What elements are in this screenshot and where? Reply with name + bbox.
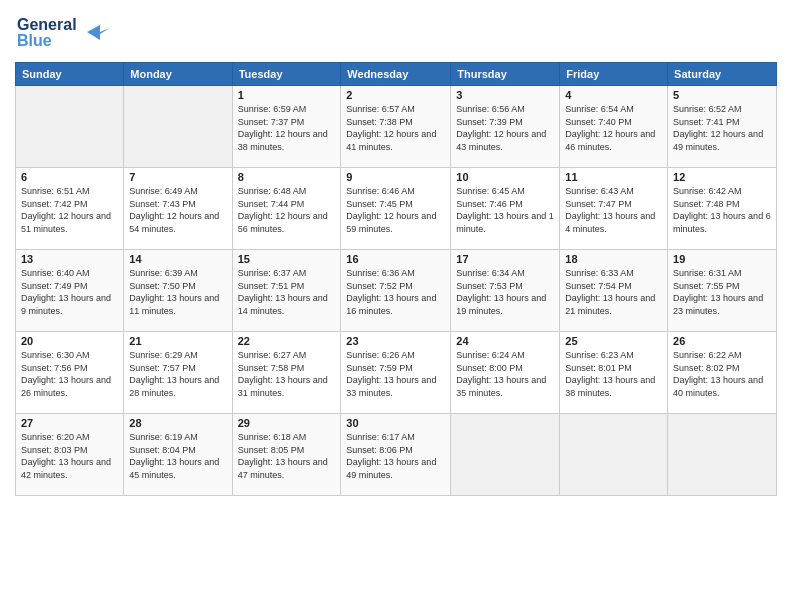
day-number: 13 bbox=[21, 253, 118, 265]
day-number: 3 bbox=[456, 89, 554, 101]
day-number: 28 bbox=[129, 417, 226, 429]
calendar: SundayMondayTuesdayWednesdayThursdayFrid… bbox=[15, 62, 777, 496]
calendar-header-friday: Friday bbox=[560, 63, 668, 86]
svg-marker-2 bbox=[87, 25, 110, 40]
calendar-cell: 1Sunrise: 6:59 AM Sunset: 7:37 PM Daylig… bbox=[232, 86, 341, 168]
day-info: Sunrise: 6:34 AM Sunset: 7:53 PM Dayligh… bbox=[456, 267, 554, 317]
day-info: Sunrise: 6:48 AM Sunset: 7:44 PM Dayligh… bbox=[238, 185, 336, 235]
day-info: Sunrise: 6:42 AM Sunset: 7:48 PM Dayligh… bbox=[673, 185, 771, 235]
day-info: Sunrise: 6:22 AM Sunset: 8:02 PM Dayligh… bbox=[673, 349, 771, 399]
svg-text:Blue: Blue bbox=[17, 32, 52, 49]
calendar-cell: 4Sunrise: 6:54 AM Sunset: 7:40 PM Daylig… bbox=[560, 86, 668, 168]
calendar-cell bbox=[124, 86, 232, 168]
day-number: 15 bbox=[238, 253, 336, 265]
calendar-cell: 22Sunrise: 6:27 AM Sunset: 7:58 PM Dayli… bbox=[232, 332, 341, 414]
calendar-cell: 24Sunrise: 6:24 AM Sunset: 8:00 PM Dayli… bbox=[451, 332, 560, 414]
day-number: 17 bbox=[456, 253, 554, 265]
calendar-cell: 21Sunrise: 6:29 AM Sunset: 7:57 PM Dayli… bbox=[124, 332, 232, 414]
day-number: 18 bbox=[565, 253, 662, 265]
day-info: Sunrise: 6:24 AM Sunset: 8:00 PM Dayligh… bbox=[456, 349, 554, 399]
calendar-cell: 8Sunrise: 6:48 AM Sunset: 7:44 PM Daylig… bbox=[232, 168, 341, 250]
day-info: Sunrise: 6:26 AM Sunset: 7:59 PM Dayligh… bbox=[346, 349, 445, 399]
calendar-cell: 6Sunrise: 6:51 AM Sunset: 7:42 PM Daylig… bbox=[16, 168, 124, 250]
day-number: 20 bbox=[21, 335, 118, 347]
day-info: Sunrise: 6:54 AM Sunset: 7:40 PM Dayligh… bbox=[565, 103, 662, 153]
day-number: 2 bbox=[346, 89, 445, 101]
day-number: 8 bbox=[238, 171, 336, 183]
day-number: 21 bbox=[129, 335, 226, 347]
day-number: 14 bbox=[129, 253, 226, 265]
calendar-header-sunday: Sunday bbox=[16, 63, 124, 86]
calendar-header-thursday: Thursday bbox=[451, 63, 560, 86]
calendar-cell: 17Sunrise: 6:34 AM Sunset: 7:53 PM Dayli… bbox=[451, 250, 560, 332]
day-number: 9 bbox=[346, 171, 445, 183]
day-number: 25 bbox=[565, 335, 662, 347]
day-number: 26 bbox=[673, 335, 771, 347]
calendar-week-0: 1Sunrise: 6:59 AM Sunset: 7:37 PM Daylig… bbox=[16, 86, 777, 168]
day-number: 16 bbox=[346, 253, 445, 265]
day-number: 4 bbox=[565, 89, 662, 101]
day-info: Sunrise: 6:39 AM Sunset: 7:50 PM Dayligh… bbox=[129, 267, 226, 317]
day-info: Sunrise: 6:19 AM Sunset: 8:04 PM Dayligh… bbox=[129, 431, 226, 481]
calendar-cell: 13Sunrise: 6:40 AM Sunset: 7:49 PM Dayli… bbox=[16, 250, 124, 332]
day-number: 30 bbox=[346, 417, 445, 429]
day-info: Sunrise: 6:29 AM Sunset: 7:57 PM Dayligh… bbox=[129, 349, 226, 399]
calendar-cell: 19Sunrise: 6:31 AM Sunset: 7:55 PM Dayli… bbox=[668, 250, 777, 332]
page: General Blue SundayMondayTuesdayWednesda… bbox=[0, 0, 792, 612]
calendar-cell: 2Sunrise: 6:57 AM Sunset: 7:38 PM Daylig… bbox=[341, 86, 451, 168]
calendar-cell: 30Sunrise: 6:17 AM Sunset: 8:06 PM Dayli… bbox=[341, 414, 451, 496]
calendar-header-saturday: Saturday bbox=[668, 63, 777, 86]
day-info: Sunrise: 6:52 AM Sunset: 7:41 PM Dayligh… bbox=[673, 103, 771, 153]
calendar-header-monday: Monday bbox=[124, 63, 232, 86]
day-info: Sunrise: 6:43 AM Sunset: 7:47 PM Dayligh… bbox=[565, 185, 662, 235]
calendar-week-1: 6Sunrise: 6:51 AM Sunset: 7:42 PM Daylig… bbox=[16, 168, 777, 250]
day-info: Sunrise: 6:49 AM Sunset: 7:43 PM Dayligh… bbox=[129, 185, 226, 235]
day-info: Sunrise: 6:45 AM Sunset: 7:46 PM Dayligh… bbox=[456, 185, 554, 235]
calendar-header-wednesday: Wednesday bbox=[341, 63, 451, 86]
day-number: 27 bbox=[21, 417, 118, 429]
day-number: 19 bbox=[673, 253, 771, 265]
header: General Blue bbox=[15, 10, 777, 54]
day-info: Sunrise: 6:40 AM Sunset: 7:49 PM Dayligh… bbox=[21, 267, 118, 317]
logo-text: General Blue bbox=[15, 10, 125, 54]
calendar-cell: 3Sunrise: 6:56 AM Sunset: 7:39 PM Daylig… bbox=[451, 86, 560, 168]
calendar-cell: 18Sunrise: 6:33 AM Sunset: 7:54 PM Dayli… bbox=[560, 250, 668, 332]
calendar-cell: 9Sunrise: 6:46 AM Sunset: 7:45 PM Daylig… bbox=[341, 168, 451, 250]
day-number: 10 bbox=[456, 171, 554, 183]
calendar-cell: 7Sunrise: 6:49 AM Sunset: 7:43 PM Daylig… bbox=[124, 168, 232, 250]
calendar-cell: 23Sunrise: 6:26 AM Sunset: 7:59 PM Dayli… bbox=[341, 332, 451, 414]
day-number: 5 bbox=[673, 89, 771, 101]
calendar-cell: 20Sunrise: 6:30 AM Sunset: 7:56 PM Dayli… bbox=[16, 332, 124, 414]
calendar-cell: 15Sunrise: 6:37 AM Sunset: 7:51 PM Dayli… bbox=[232, 250, 341, 332]
svg-text:General: General bbox=[17, 16, 77, 33]
day-info: Sunrise: 6:30 AM Sunset: 7:56 PM Dayligh… bbox=[21, 349, 118, 399]
day-number: 22 bbox=[238, 335, 336, 347]
calendar-cell: 28Sunrise: 6:19 AM Sunset: 8:04 PM Dayli… bbox=[124, 414, 232, 496]
calendar-week-3: 20Sunrise: 6:30 AM Sunset: 7:56 PM Dayli… bbox=[16, 332, 777, 414]
day-info: Sunrise: 6:20 AM Sunset: 8:03 PM Dayligh… bbox=[21, 431, 118, 481]
day-info: Sunrise: 6:36 AM Sunset: 7:52 PM Dayligh… bbox=[346, 267, 445, 317]
calendar-cell: 12Sunrise: 6:42 AM Sunset: 7:48 PM Dayli… bbox=[668, 168, 777, 250]
calendar-cell: 5Sunrise: 6:52 AM Sunset: 7:41 PM Daylig… bbox=[668, 86, 777, 168]
day-number: 24 bbox=[456, 335, 554, 347]
day-info: Sunrise: 6:46 AM Sunset: 7:45 PM Dayligh… bbox=[346, 185, 445, 235]
day-info: Sunrise: 6:59 AM Sunset: 7:37 PM Dayligh… bbox=[238, 103, 336, 153]
calendar-cell bbox=[668, 414, 777, 496]
day-number: 23 bbox=[346, 335, 445, 347]
day-info: Sunrise: 6:37 AM Sunset: 7:51 PM Dayligh… bbox=[238, 267, 336, 317]
calendar-cell: 14Sunrise: 6:39 AM Sunset: 7:50 PM Dayli… bbox=[124, 250, 232, 332]
day-number: 12 bbox=[673, 171, 771, 183]
day-info: Sunrise: 6:18 AM Sunset: 8:05 PM Dayligh… bbox=[238, 431, 336, 481]
day-info: Sunrise: 6:33 AM Sunset: 7:54 PM Dayligh… bbox=[565, 267, 662, 317]
calendar-cell: 11Sunrise: 6:43 AM Sunset: 7:47 PM Dayli… bbox=[560, 168, 668, 250]
calendar-cell bbox=[451, 414, 560, 496]
day-info: Sunrise: 6:17 AM Sunset: 8:06 PM Dayligh… bbox=[346, 431, 445, 481]
calendar-cell: 16Sunrise: 6:36 AM Sunset: 7:52 PM Dayli… bbox=[341, 250, 451, 332]
day-info: Sunrise: 6:23 AM Sunset: 8:01 PM Dayligh… bbox=[565, 349, 662, 399]
calendar-header-row: SundayMondayTuesdayWednesdayThursdayFrid… bbox=[16, 63, 777, 86]
day-number: 29 bbox=[238, 417, 336, 429]
calendar-week-4: 27Sunrise: 6:20 AM Sunset: 8:03 PM Dayli… bbox=[16, 414, 777, 496]
calendar-cell bbox=[16, 86, 124, 168]
calendar-week-2: 13Sunrise: 6:40 AM Sunset: 7:49 PM Dayli… bbox=[16, 250, 777, 332]
day-info: Sunrise: 6:57 AM Sunset: 7:38 PM Dayligh… bbox=[346, 103, 445, 153]
